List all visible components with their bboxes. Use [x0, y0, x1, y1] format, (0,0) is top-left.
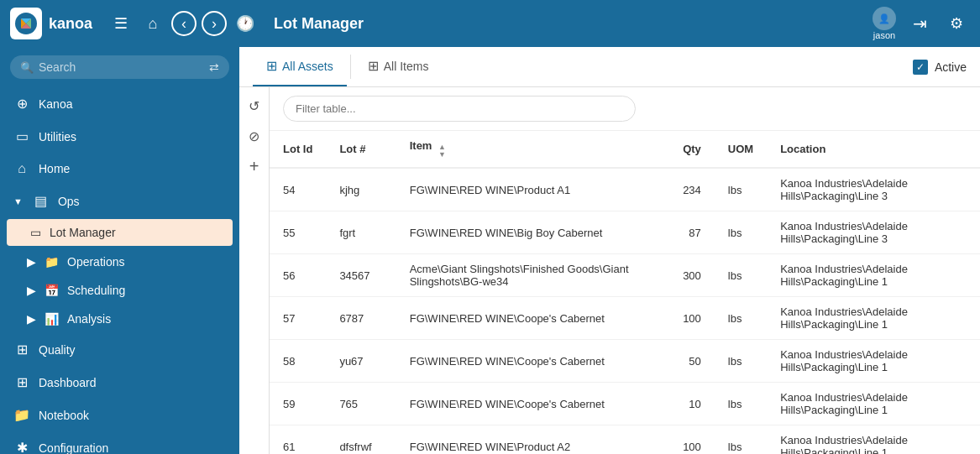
sidebar-item-label: Home — [39, 162, 70, 175]
cell-lot-num: dfsfrwf — [326, 425, 396, 455]
search-icon: 🔍 — [20, 61, 34, 74]
sidebar-item-label: Operations — [67, 255, 124, 269]
sidebar-item-quality[interactable]: ⊞ Quality — [0, 333, 239, 366]
scheduling-icon: 📅 — [45, 284, 59, 297]
user-area[interactable]: 👤 jason — [873, 7, 896, 40]
cell-location: Kanoa Industries\Adelaide Hills\Packagin… — [767, 254, 980, 297]
cell-lot-id: 59 — [270, 383, 326, 425]
sidebar-item-label: Analysis — [67, 312, 111, 326]
cell-qty: 87 — [660, 211, 715, 254]
table-wrapper: Lot Id Lot # Item ▲▼ Qty UOM Location — [270, 131, 980, 454]
notebook-icon: 📁 — [13, 407, 30, 423]
ops-arrow-icon: ▼ — [13, 196, 23, 206]
sidebar-item-scheduling[interactable]: ▶ 📅 Scheduling — [0, 276, 239, 305]
top-header: kanoa ☰ ⌂ ‹ › 🕐 Lot Manager 👤 jason ⇥ ⚙ — [0, 0, 980, 47]
col-lot-num: Lot # — [326, 131, 396, 168]
tab-label: All Items — [384, 60, 429, 73]
tab-label: All Assets — [282, 60, 333, 73]
sidebar-item-operations[interactable]: ▶ 📁 Operations — [0, 248, 239, 276]
sidebar-item-kanoa[interactable]: ⊕ Kanoa — [0, 87, 239, 120]
kanoa-icon: ⊕ — [13, 96, 30, 112]
cell-item: FG\WINE\RED WINE\Coope's Cabernet — [396, 297, 661, 340]
table-row[interactable]: 54 kjhg FG\WINE\RED WINE\Product A1 234 … — [270, 168, 980, 211]
table-row[interactable]: 58 yu67 FG\WINE\RED WINE\Coope's Caberne… — [270, 340, 980, 383]
tab-all-assets[interactable]: ⊞ All Assets — [253, 47, 347, 86]
filter-bar — [270, 87, 980, 131]
content-toolbar: ⊞ All Assets ⊞ All Items ✓ Active — [239, 47, 980, 87]
filter-input[interactable] — [283, 96, 636, 122]
cell-location: Kanoa Industries\Adelaide Hills\Packagin… — [767, 168, 980, 211]
all-items-icon: ⊞ — [368, 58, 379, 74]
tab-all-items[interactable]: ⊞ All Items — [354, 47, 443, 86]
search-swap-icon[interactable]: ⇄ — [209, 60, 219, 74]
cell-lot-id: 58 — [270, 340, 326, 383]
menu-icon[interactable]: ☰ — [107, 10, 134, 37]
cell-item: FG\WINE\RED WINE\Big Boy Cabernet — [396, 211, 661, 254]
forward-button[interactable]: › — [202, 11, 227, 36]
cell-qty: 300 — [660, 254, 715, 297]
header-right: 👤 jason ⇥ ⚙ — [873, 7, 970, 40]
sidebar-item-dashboard[interactable]: ⊞ Dashboard — [0, 366, 239, 399]
col-uom: UOM — [715, 131, 767, 168]
home-nav-icon: ⌂ — [13, 161, 30, 176]
nav-icons: ☰ ⌂ ‹ › 🕐 — [107, 10, 259, 37]
table-row[interactable]: 59 765 FG\WINE\RED WINE\Coope's Cabernet… — [270, 383, 980, 425]
table-row[interactable]: 56 34567 Acme\Giant Slingshots\Finished … — [270, 254, 980, 297]
table-row[interactable]: 57 6787 FG\WINE\RED WINE\Coope's Caberne… — [270, 297, 980, 340]
sidebar-item-home[interactable]: ⌂ Home — [0, 153, 239, 185]
sidebar-item-ops[interactable]: ▼ ▤ Ops — [0, 185, 239, 217]
search-box: 🔍 ⇄ — [10, 55, 229, 79]
logo-area: kanoa — [10, 8, 92, 39]
cell-location: Kanoa Industries\Adelaide Hills\Packagin… — [767, 340, 980, 383]
block-button[interactable]: ⊘ — [243, 124, 266, 148]
active-filter: ✓ Active — [913, 60, 967, 75]
cell-lot-num: yu67 — [326, 340, 396, 383]
col-item[interactable]: Item ▲▼ — [396, 131, 661, 168]
logout-icon[interactable]: ⇥ — [906, 10, 933, 37]
cell-lot-id: 61 — [270, 425, 326, 455]
main-body: 🔍 ⇄ ⊕ Kanoa ▭ Utilities ⌂ Home ▼ ▤ Ops ▭ — [0, 47, 980, 454]
cell-item: FG\WINE\RED WINE\Coope's Cabernet — [396, 340, 661, 383]
cell-item: FG\WINE\RED WINE\Coope's Cabernet — [396, 383, 661, 425]
cell-qty: 234 — [660, 168, 715, 211]
sidebar: 🔍 ⇄ ⊕ Kanoa ▭ Utilities ⌂ Home ▼ ▤ Ops ▭ — [0, 47, 239, 454]
cell-qty: 100 — [660, 297, 715, 340]
toolbar-separator — [350, 55, 351, 78]
cell-item: Acme\Giant Slingshots\Finished Goods\Gia… — [396, 254, 661, 297]
cell-item: FG\WINE\RED WINE\Product A1 — [396, 168, 661, 211]
sidebar-item-label: Configuration — [39, 441, 108, 455]
sidebar-item-analysis[interactable]: ▶ 📊 Analysis — [0, 305, 239, 333]
quality-icon: ⊞ — [13, 342, 30, 357]
cell-lot-id: 54 — [270, 168, 326, 211]
sidebar-item-configuration[interactable]: ✱ Configuration — [0, 431, 239, 454]
sidebar-item-lot-manager[interactable]: ▭ Lot Manager — [7, 219, 233, 246]
cell-uom: lbs — [715, 297, 767, 340]
history-icon[interactable]: 🕐 — [232, 10, 259, 37]
table-row[interactable]: 61 dfsfrwf FG\WINE\RED WINE\Product A2 1… — [270, 425, 980, 455]
back-button[interactable]: ‹ — [171, 11, 197, 36]
configuration-icon: ✱ — [13, 440, 30, 454]
table-row[interactable]: 55 fgrt FG\WINE\RED WINE\Big Boy Caberne… — [270, 211, 980, 254]
table-header: Lot Id Lot # Item ▲▼ Qty UOM Location — [270, 131, 980, 168]
cell-location: Kanoa Industries\Adelaide Hills\Packagin… — [767, 425, 980, 455]
sidebar-item-utilities[interactable]: ▭ Utilities — [0, 120, 239, 153]
search-input[interactable] — [39, 60, 204, 74]
col-lot-id: Lot Id — [270, 131, 326, 168]
cell-location: Kanoa Industries\Adelaide Hills\Packagin… — [767, 383, 980, 425]
refresh-button[interactable]: ↺ — [243, 94, 266, 117]
sidebar-item-label: Scheduling — [67, 284, 125, 297]
sidebar-item-notebook[interactable]: 📁 Notebook — [0, 399, 239, 431]
cell-uom: lbs — [715, 383, 767, 425]
sort-arrows-icon: ▲▼ — [438, 144, 446, 159]
settings-icon[interactable]: ⚙ — [943, 10, 970, 37]
analysis-icon: 📊 — [45, 312, 59, 326]
logo-text: kanoa — [49, 15, 92, 33]
utilities-icon: ▭ — [13, 128, 30, 144]
add-button[interactable]: + — [243, 154, 266, 178]
ops-icon: ▤ — [33, 193, 50, 209]
page-title: Lot Manager — [274, 15, 864, 33]
home-icon[interactable]: ⌂ — [139, 10, 166, 37]
cell-location: Kanoa Industries\Adelaide Hills\Packagin… — [767, 297, 980, 340]
cell-qty: 50 — [660, 340, 715, 383]
active-checkbox[interactable]: ✓ — [913, 60, 928, 75]
